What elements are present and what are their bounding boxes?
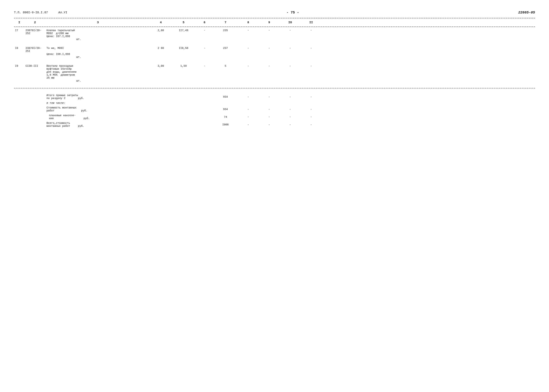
doc-code: 22665-05 <box>518 10 535 14</box>
summary-total-col4 <box>150 97 171 97</box>
summary-mont-col6 <box>196 109 213 110</box>
row-col5-i8: II8,58 <box>171 46 196 50</box>
summary-all-col10: - <box>280 123 301 126</box>
summary-total-col6 <box>196 97 213 97</box>
row-col5-i9: 1,59 <box>171 64 196 68</box>
summary-incl-col10 <box>280 103 301 104</box>
summary-mont-col10: - <box>280 108 301 111</box>
summary-total-label: Итого прямые затратыпо разделу 2 руб. <box>45 94 150 100</box>
summary-incl-e2 <box>24 103 45 104</box>
row-col7-i8: 237 <box>213 46 238 50</box>
col-header-4: 4 <box>150 20 171 25</box>
summary-incl-col6 <box>196 103 213 104</box>
summary-plan-label: плановые накопле-ния руб. <box>45 114 150 120</box>
summary-all-val: I008 <box>213 123 238 126</box>
summary-all-col5 <box>171 124 196 125</box>
table-row: I9 СI30-III Вентили проходныемуфтовые 15… <box>14 64 535 83</box>
row-code-i7: 23070I/20-252 <box>24 29 45 35</box>
row-col8-i7: - <box>238 29 259 32</box>
summary-incl-e1 <box>14 103 24 104</box>
table-body: I7 23070I/20-252 Клапан тарельчатыйМО92 … <box>14 29 535 128</box>
summary-mont-e1 <box>14 109 24 110</box>
summary-including-label: в том числе: <box>45 101 150 105</box>
row-col10-i7: - <box>280 29 301 32</box>
row-col10-i8: - <box>280 46 301 50</box>
summary-mont-col11: - <box>301 108 322 111</box>
sheet-label: Ал.УI <box>58 11 67 14</box>
summary-plan-col5 <box>171 117 196 117</box>
summary-total-col5 <box>171 97 196 97</box>
summary-plan-col6 <box>196 117 213 117</box>
page-number: - 75 - <box>287 10 299 14</box>
table-row: I7 23070I/20-252 Клапан тарельчатыйМО92 … <box>14 29 535 41</box>
row-desc-i8: То же, МО9IЦена: IO8.I,098 шт. <box>45 46 150 59</box>
summary-empty-2 <box>24 97 45 97</box>
row-col11-i9: - <box>301 64 322 68</box>
row-col6-i8: - <box>196 46 213 50</box>
col-header-6: 6 <box>196 20 213 25</box>
summary-plan-row: плановые накопле-ния руб. 74 - - - - <box>14 114 535 120</box>
col-header-3: 3 <box>45 20 150 25</box>
doc-number: Т.П. 090I-9-I8.I.87 <box>14 11 48 14</box>
row-col6-i9: - <box>196 64 213 68</box>
row-col4-i8: 2 00 <box>150 46 171 50</box>
row-col11-i8: - <box>301 46 322 50</box>
col-header-8: 8 <box>238 20 259 25</box>
col-header-5: 5 <box>171 20 196 25</box>
summary-plan-e1 <box>14 117 24 117</box>
summary-total-val: 934 <box>213 95 238 99</box>
summary-montage-val: 934 <box>213 108 238 111</box>
column-headers: I 2 3 4 5 6 7 8 9 IO II <box>14 20 535 25</box>
summary-all-col9: - <box>259 123 280 126</box>
summary-total-col10: - <box>280 95 301 99</box>
header-left: Т.П. 090I-9-I8.I.87 Ал.УI <box>14 11 67 14</box>
summary-all-e1 <box>14 124 24 125</box>
row-col11-i7: - <box>301 29 322 32</box>
col-header-1: I <box>14 20 24 25</box>
summary-montage-row: Стоимость монтажныхработ руб. 934 - - - … <box>14 106 535 113</box>
summary-plan-col11: - <box>301 115 322 119</box>
summary-montage-label: Стоимость монтажныхработ руб. <box>45 106 150 113</box>
summary-mont-col8: - <box>238 108 259 111</box>
col-header-7: 7 <box>213 20 238 25</box>
summary-plan-col8: - <box>238 115 259 119</box>
col-header-2: 2 <box>24 20 45 25</box>
summary-incl-col11 <box>301 103 322 104</box>
summary-mont-col4 <box>150 109 171 110</box>
row-col10-i9: - <box>280 64 301 68</box>
top-divider <box>14 18 535 18</box>
summary-plan-col10: - <box>280 115 301 119</box>
page-header: Т.П. 090I-9-I8.I.87 Ал.УI - 75 - 22665-0… <box>14 10 535 14</box>
col-header-10: IO <box>280 20 301 25</box>
row-col6-i7: - <box>196 29 213 32</box>
summary-section: Итого прямые затратыпо разделу 2 руб. 93… <box>14 92 535 128</box>
row-col9-i8: - <box>259 46 280 50</box>
header-divider <box>14 27 535 27</box>
summary-plan-col4 <box>150 117 171 117</box>
row-i9-line1: I9 СI30-III Вентили проходныемуфтовые 15… <box>14 64 535 83</box>
summary-incl-col7 <box>213 103 238 104</box>
summary-all-row: Всего,стоимостьмонтажных работ руб. I008… <box>14 121 535 128</box>
summary-mont-col5 <box>171 109 196 110</box>
summary-total-col11: - <box>301 95 322 99</box>
row-desc-i7: Клапан тарельчатыйМО92 д=200 ммЦена: IO7… <box>45 29 150 41</box>
summary-all-label: Всего,стоимостьмонтажных работ руб. <box>45 121 150 128</box>
summary-empty-1 <box>14 97 24 97</box>
summary-total-col9: - <box>259 95 280 99</box>
summary-plan-e2 <box>24 117 45 117</box>
col-header-9: 9 <box>259 20 280 25</box>
row-code-i8: 23070I/20-25I <box>24 46 45 53</box>
summary-plan-col9: - <box>259 115 280 119</box>
row-col5-i7: II7,49 <box>171 29 196 32</box>
row-col4-i9: 3,00 <box>150 64 171 68</box>
row-col7-i7: 235 <box>213 29 238 32</box>
row-col8-i8: - <box>238 46 259 50</box>
summary-including-row: в том числе: <box>14 101 535 105</box>
summary-all-col8: - <box>238 123 259 126</box>
row-num-i7: I7 <box>14 29 24 32</box>
summary-total-col8: - <box>238 95 259 99</box>
summary-divider <box>14 88 535 88</box>
row-col7-i9: 5 <box>213 64 238 68</box>
row-num-i8: I8 <box>14 46 24 50</box>
col-header-11: II <box>301 20 322 25</box>
